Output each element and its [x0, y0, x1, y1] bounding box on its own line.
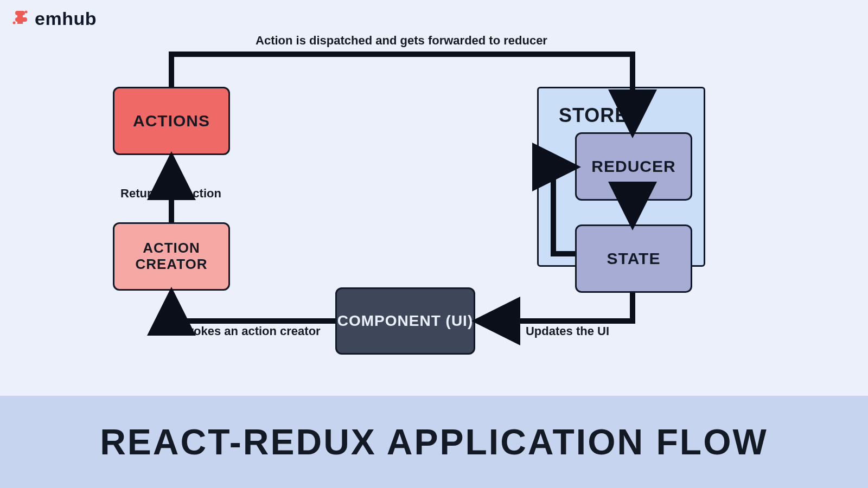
store-label: Store	[559, 104, 628, 127]
action-creator-node: Action Creator	[113, 222, 230, 291]
state-node: State	[575, 224, 692, 293]
title-bar: React-Redux Application Flow	[0, 396, 868, 488]
updates-edge-label: Updates the UI	[508, 324, 627, 338]
returns-edge-label: Returns an action	[114, 187, 228, 201]
component-ui-node: Component (UI)	[335, 287, 475, 355]
reducer-node: Reducer	[575, 132, 692, 201]
arrow-state-to-component	[480, 293, 633, 321]
dispatch-edge-label: Action is dispatched and gets forwarded …	[255, 34, 548, 48]
arrow-component-to-creator	[171, 295, 335, 321]
diagram-title: React-Redux Application Flow	[100, 421, 768, 463]
actions-node: Actions	[113, 87, 230, 155]
invokes-edge-label: Invokes an action creator	[173, 324, 324, 338]
